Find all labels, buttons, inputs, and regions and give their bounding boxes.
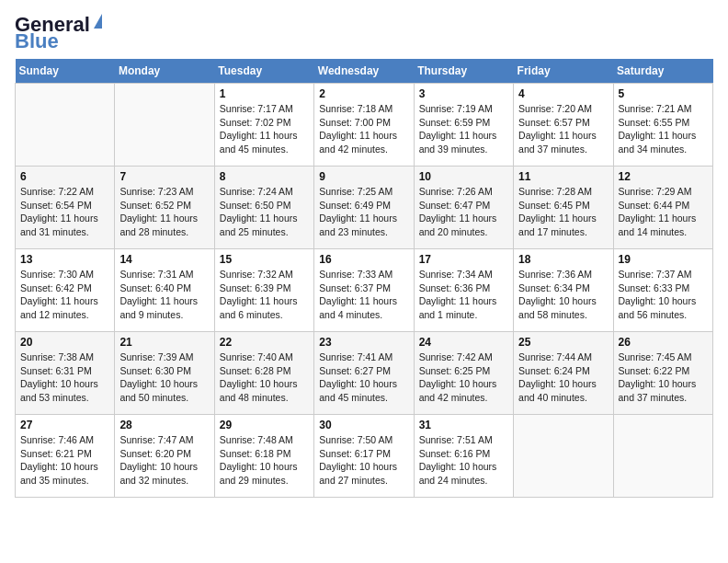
- calendar-week-row: 20Sunrise: 7:38 AM Sunset: 6:31 PM Dayli…: [16, 332, 713, 415]
- calendar-day-23: 23Sunrise: 7:41 AM Sunset: 6:27 PM Dayli…: [314, 332, 414, 415]
- weekday-header-row: SundayMondayTuesdayWednesdayThursdayFrid…: [16, 59, 713, 84]
- day-info: Sunrise: 7:50 AM Sunset: 6:17 PM Dayligh…: [319, 433, 408, 488]
- day-number: 10: [419, 170, 508, 183]
- calendar-week-row: 1Sunrise: 7:17 AM Sunset: 7:02 PM Daylig…: [16, 84, 713, 167]
- day-info: Sunrise: 7:31 AM Sunset: 6:40 PM Dayligh…: [119, 268, 209, 322]
- weekday-header-friday: Friday: [514, 59, 613, 84]
- day-number: 19: [619, 253, 708, 266]
- day-info: Sunrise: 7:44 AM Sunset: 6:24 PM Dayligh…: [518, 350, 608, 405]
- day-number: 4: [518, 87, 608, 100]
- calendar-day-7: 7Sunrise: 7:23 AM Sunset: 6:52 PM Daylig…: [115, 167, 214, 249]
- weekday-header-wednesday: Wednesday: [314, 59, 414, 84]
- day-info: Sunrise: 7:41 AM Sunset: 6:27 PM Dayligh…: [319, 350, 408, 405]
- weekday-header-monday: Monday: [115, 59, 214, 84]
- day-info: Sunrise: 7:42 AM Sunset: 6:25 PM Dayligh…: [419, 350, 508, 405]
- calendar-empty-cell: [514, 415, 613, 498]
- day-number: 28: [119, 419, 209, 431]
- calendar-day-3: 3Sunrise: 7:19 AM Sunset: 6:59 PM Daylig…: [414, 84, 513, 167]
- calendar-day-28: 28Sunrise: 7:47 AM Sunset: 6:20 PM Dayli…: [115, 415, 214, 498]
- day-number: 25: [518, 336, 608, 349]
- calendar-day-30: 30Sunrise: 7:50 AM Sunset: 6:17 PM Dayli…: [314, 415, 414, 498]
- day-info: Sunrise: 7:39 AM Sunset: 6:30 PM Dayligh…: [119, 350, 209, 405]
- calendar-day-14: 14Sunrise: 7:31 AM Sunset: 6:40 PM Dayli…: [115, 249, 214, 332]
- calendar-day-25: 25Sunrise: 7:44 AM Sunset: 6:24 PM Dayli…: [514, 332, 613, 415]
- calendar-day-19: 19Sunrise: 7:37 AM Sunset: 6:33 PM Dayli…: [613, 249, 712, 332]
- weekday-header-thursday: Thursday: [414, 59, 513, 84]
- calendar-week-row: 6Sunrise: 7:22 AM Sunset: 6:54 PM Daylig…: [16, 167, 713, 249]
- day-number: 5: [619, 87, 708, 100]
- day-number: 12: [619, 170, 708, 183]
- day-info: Sunrise: 7:17 AM Sunset: 7:02 PM Dayligh…: [220, 102, 309, 156]
- calendar-day-22: 22Sunrise: 7:40 AM Sunset: 6:28 PM Dayli…: [214, 332, 313, 415]
- day-number: 30: [319, 419, 408, 431]
- day-number: 14: [119, 253, 209, 266]
- calendar-day-24: 24Sunrise: 7:42 AM Sunset: 6:25 PM Dayli…: [414, 332, 513, 415]
- day-info: Sunrise: 7:21 AM Sunset: 6:55 PM Dayligh…: [619, 102, 708, 156]
- day-number: 22: [220, 336, 309, 349]
- day-info: Sunrise: 7:34 AM Sunset: 6:36 PM Dayligh…: [419, 268, 508, 322]
- day-info: Sunrise: 7:26 AM Sunset: 6:47 PM Dayligh…: [419, 185, 508, 239]
- calendar-day-17: 17Sunrise: 7:34 AM Sunset: 6:36 PM Dayli…: [414, 249, 513, 332]
- day-info: Sunrise: 7:18 AM Sunset: 7:00 PM Dayligh…: [319, 102, 408, 156]
- day-info: Sunrise: 7:51 AM Sunset: 6:16 PM Dayligh…: [419, 433, 508, 488]
- weekday-header-sunday: Sunday: [16, 59, 115, 84]
- day-number: 27: [20, 419, 109, 431]
- calendar-day-10: 10Sunrise: 7:26 AM Sunset: 6:47 PM Dayli…: [414, 167, 513, 249]
- day-info: Sunrise: 7:25 AM Sunset: 6:49 PM Dayligh…: [319, 185, 408, 239]
- day-number: 7: [119, 170, 209, 183]
- calendar-day-2: 2Sunrise: 7:18 AM Sunset: 7:00 PM Daylig…: [314, 84, 414, 167]
- calendar-day-26: 26Sunrise: 7:45 AM Sunset: 6:22 PM Dayli…: [613, 332, 712, 415]
- calendar-day-5: 5Sunrise: 7:21 AM Sunset: 6:55 PM Daylig…: [613, 84, 712, 167]
- day-info: Sunrise: 7:29 AM Sunset: 6:44 PM Dayligh…: [619, 185, 708, 239]
- day-info: Sunrise: 7:36 AM Sunset: 6:34 PM Dayligh…: [518, 268, 608, 322]
- calendar-day-15: 15Sunrise: 7:32 AM Sunset: 6:39 PM Dayli…: [214, 249, 313, 332]
- day-number: 26: [619, 336, 708, 349]
- day-info: Sunrise: 7:22 AM Sunset: 6:54 PM Dayligh…: [20, 185, 109, 239]
- day-number: 17: [419, 253, 508, 266]
- calendar-day-27: 27Sunrise: 7:46 AM Sunset: 6:21 PM Dayli…: [16, 415, 115, 498]
- logo-triangle-icon: [94, 14, 102, 29]
- day-info: Sunrise: 7:40 AM Sunset: 6:28 PM Dayligh…: [220, 350, 309, 405]
- calendar-day-21: 21Sunrise: 7:39 AM Sunset: 6:30 PM Dayli…: [115, 332, 214, 415]
- day-number: 1: [220, 87, 309, 100]
- calendar-day-8: 8Sunrise: 7:24 AM Sunset: 6:50 PM Daylig…: [214, 167, 313, 249]
- day-info: Sunrise: 7:47 AM Sunset: 6:20 PM Dayligh…: [119, 433, 209, 488]
- day-number: 13: [20, 253, 109, 266]
- day-info: Sunrise: 7:23 AM Sunset: 6:52 PM Dayligh…: [119, 185, 209, 239]
- day-number: 24: [419, 336, 508, 349]
- weekday-header-saturday: Saturday: [613, 59, 712, 84]
- day-info: Sunrise: 7:28 AM Sunset: 6:45 PM Dayligh…: [518, 185, 608, 239]
- calendar-day-13: 13Sunrise: 7:30 AM Sunset: 6:42 PM Dayli…: [16, 249, 115, 332]
- day-info: Sunrise: 7:20 AM Sunset: 6:57 PM Dayligh…: [518, 102, 608, 156]
- day-info: Sunrise: 7:45 AM Sunset: 6:22 PM Dayligh…: [619, 350, 708, 405]
- calendar-day-1: 1Sunrise: 7:17 AM Sunset: 7:02 PM Daylig…: [214, 84, 313, 167]
- day-info: Sunrise: 7:37 AM Sunset: 6:33 PM Dayligh…: [619, 268, 708, 322]
- day-info: Sunrise: 7:48 AM Sunset: 6:18 PM Dayligh…: [220, 433, 309, 488]
- logo: General Blue: [15, 15, 102, 53]
- page-header: General Blue: [15, 15, 713, 53]
- logo-blue: Blue: [15, 29, 59, 53]
- calendar-table: SundayMondayTuesdayWednesdayThursdayFrid…: [15, 59, 713, 498]
- day-number: 2: [319, 87, 408, 100]
- calendar-day-16: 16Sunrise: 7:33 AM Sunset: 6:37 PM Dayli…: [314, 249, 414, 332]
- day-number: 3: [419, 87, 508, 100]
- day-number: 15: [220, 253, 309, 266]
- calendar-day-9: 9Sunrise: 7:25 AM Sunset: 6:49 PM Daylig…: [314, 167, 414, 249]
- calendar-empty-cell: [613, 415, 712, 498]
- day-number: 6: [20, 170, 109, 183]
- calendar-day-11: 11Sunrise: 7:28 AM Sunset: 6:45 PM Dayli…: [514, 167, 613, 249]
- calendar-day-31: 31Sunrise: 7:51 AM Sunset: 6:16 PM Dayli…: [414, 415, 513, 498]
- calendar-day-6: 6Sunrise: 7:22 AM Sunset: 6:54 PM Daylig…: [16, 167, 115, 249]
- calendar-week-row: 13Sunrise: 7:30 AM Sunset: 6:42 PM Dayli…: [16, 249, 713, 332]
- day-number: 18: [518, 253, 608, 266]
- day-number: 9: [319, 170, 408, 183]
- day-number: 16: [319, 253, 408, 266]
- day-info: Sunrise: 7:33 AM Sunset: 6:37 PM Dayligh…: [319, 268, 408, 322]
- day-number: 8: [220, 170, 309, 183]
- calendar-day-29: 29Sunrise: 7:48 AM Sunset: 6:18 PM Dayli…: [214, 415, 313, 498]
- day-info: Sunrise: 7:46 AM Sunset: 6:21 PM Dayligh…: [20, 433, 109, 488]
- day-number: 23: [319, 336, 408, 349]
- day-info: Sunrise: 7:24 AM Sunset: 6:50 PM Dayligh…: [220, 185, 309, 239]
- calendar-day-18: 18Sunrise: 7:36 AM Sunset: 6:34 PM Dayli…: [514, 249, 613, 332]
- calendar-day-12: 12Sunrise: 7:29 AM Sunset: 6:44 PM Dayli…: [613, 167, 712, 249]
